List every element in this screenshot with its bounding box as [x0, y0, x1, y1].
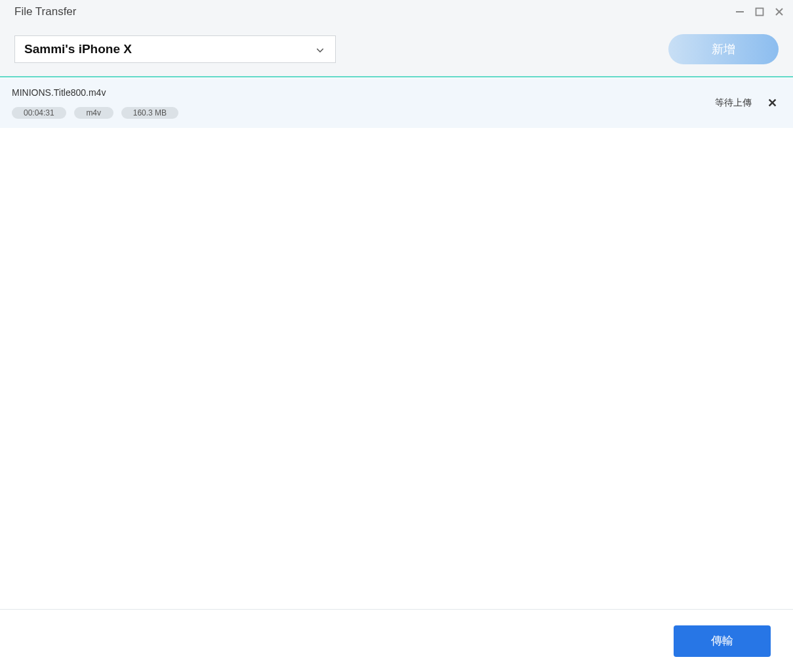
- svg-rect-1: [756, 9, 763, 16]
- remove-button[interactable]: ✕: [763, 96, 781, 110]
- file-meta: 00:04:31 m4v 160.3 MB: [12, 107, 178, 119]
- svg-rect-0: [736, 11, 744, 12]
- toolbar: Sammi's iPhone X 新增: [0, 24, 793, 64]
- file-row: MINIONS.Title800.m4v 00:04:31 m4v 160.3 …: [0, 77, 793, 128]
- app-header: File Transfer Sammi's iPhone X 新增: [0, 0, 793, 77]
- status-badge: 等待上傳: [715, 97, 752, 109]
- close-icon[interactable]: [772, 5, 786, 19]
- size-pill: 160.3 MB: [121, 107, 178, 119]
- minimize-icon[interactable]: [733, 5, 747, 19]
- device-select[interactable]: Sammi's iPhone X: [14, 35, 336, 63]
- file-list: MINIONS.Title800.m4v 00:04:31 m4v 160.3 …: [0, 77, 793, 128]
- footer: 傳輸: [0, 609, 793, 672]
- file-actions: 等待上傳 ✕: [715, 96, 781, 110]
- add-button[interactable]: 新增: [668, 34, 779, 64]
- app-title: File Transfer: [14, 5, 76, 18]
- duration-pill: 00:04:31: [12, 107, 66, 119]
- file-info: MINIONS.Title800.m4v 00:04:31 m4v 160.3 …: [12, 87, 178, 119]
- close-icon: ✕: [767, 96, 777, 110]
- device-select-label: Sammi's iPhone X: [24, 42, 132, 56]
- transfer-button[interactable]: 傳輸: [674, 625, 771, 657]
- chevron-down-icon: [317, 43, 323, 55]
- maximize-icon[interactable]: [752, 5, 767, 19]
- title-bar: File Transfer: [0, 0, 793, 24]
- format-pill: m4v: [74, 107, 113, 119]
- window-controls: [733, 5, 786, 19]
- file-name: MINIONS.Title800.m4v: [12, 87, 178, 98]
